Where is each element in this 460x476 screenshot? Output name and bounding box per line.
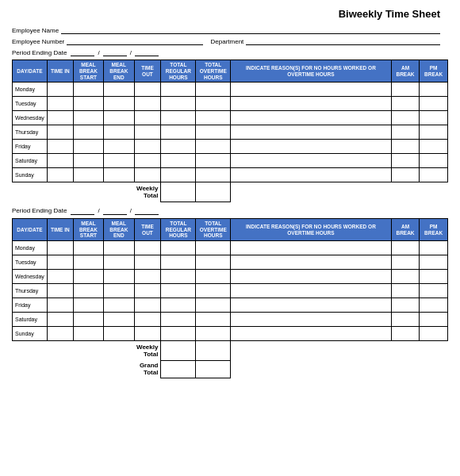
total-reg-cell[interactable] xyxy=(161,140,196,154)
time-out-cell[interactable] xyxy=(134,255,161,270)
meal-start-cell[interactable] xyxy=(73,154,103,168)
total-reg-cell[interactable] xyxy=(161,298,196,313)
meal-end-cell[interactable] xyxy=(104,83,134,97)
time-out-cell[interactable] xyxy=(134,313,161,327)
pm-break-cell[interactable] xyxy=(420,83,448,97)
employee-number-line[interactable] xyxy=(67,37,202,45)
meal-end-cell[interactable] xyxy=(104,241,134,255)
meal-end-cell[interactable] xyxy=(104,154,134,168)
meal-end-cell[interactable] xyxy=(104,313,134,327)
total-ot-cell[interactable] xyxy=(196,270,231,284)
meal-start-cell[interactable] xyxy=(73,313,103,327)
am-break-cell[interactable] xyxy=(391,327,420,341)
time-out-cell[interactable] xyxy=(134,83,161,97)
total-reg-cell[interactable] xyxy=(161,327,196,341)
reason-cell[interactable] xyxy=(231,125,392,140)
total-reg-cell[interactable] xyxy=(161,125,196,140)
meal-start-cell[interactable] xyxy=(73,255,103,270)
time-out-cell[interactable] xyxy=(134,125,161,140)
pm-break-cell[interactable] xyxy=(420,111,448,125)
total-reg-cell[interactable] xyxy=(161,270,196,284)
pm-break-cell[interactable] xyxy=(420,270,448,284)
period-year-2[interactable] xyxy=(135,207,159,215)
am-break-cell[interactable] xyxy=(391,111,420,125)
reason-cell[interactable] xyxy=(231,97,392,111)
meal-start-cell[interactable] xyxy=(73,140,103,154)
total-ot-cell[interactable] xyxy=(196,284,231,298)
am-break-cell[interactable] xyxy=(391,83,420,97)
am-break-cell[interactable] xyxy=(391,140,420,154)
meal-start-cell[interactable] xyxy=(73,270,103,284)
period-day-2[interactable] xyxy=(103,207,127,215)
time-out-cell[interactable] xyxy=(134,298,161,313)
am-break-cell[interactable] xyxy=(391,154,420,168)
time-out-cell[interactable] xyxy=(134,284,161,298)
pm-break-cell[interactable] xyxy=(420,284,448,298)
weekly-total-ot-box-1[interactable] xyxy=(196,182,231,202)
time-out-cell[interactable] xyxy=(134,111,161,125)
reason-cell[interactable] xyxy=(231,298,392,313)
department-line[interactable] xyxy=(246,37,440,45)
am-break-cell[interactable] xyxy=(391,298,420,313)
meal-start-cell[interactable] xyxy=(73,241,103,255)
meal-end-cell[interactable] xyxy=(104,327,134,341)
weekly-total-ot-box-2[interactable] xyxy=(196,341,231,361)
meal-end-cell[interactable] xyxy=(104,168,134,182)
pm-break-cell[interactable] xyxy=(420,97,448,111)
time-out-cell[interactable] xyxy=(134,97,161,111)
time-in-cell[interactable] xyxy=(47,154,73,168)
total-ot-cell[interactable] xyxy=(196,298,231,313)
pm-break-cell[interactable] xyxy=(420,255,448,270)
total-reg-cell[interactable] xyxy=(161,284,196,298)
total-reg-cell[interactable] xyxy=(161,241,196,255)
period-year-1[interactable] xyxy=(135,48,159,56)
meal-start-cell[interactable] xyxy=(73,168,103,182)
pm-break-cell[interactable] xyxy=(420,168,448,182)
time-out-cell[interactable] xyxy=(134,154,161,168)
time-in-cell[interactable] xyxy=(47,97,73,111)
time-in-cell[interactable] xyxy=(47,255,73,270)
meal-end-cell[interactable] xyxy=(104,270,134,284)
pm-break-cell[interactable] xyxy=(420,154,448,168)
reason-cell[interactable] xyxy=(231,241,392,255)
weekly-total-reg-box-2[interactable] xyxy=(161,341,196,361)
meal-start-cell[interactable] xyxy=(73,327,103,341)
meal-end-cell[interactable] xyxy=(104,111,134,125)
time-in-cell[interactable] xyxy=(47,168,73,182)
total-reg-cell[interactable] xyxy=(161,313,196,327)
total-ot-cell[interactable] xyxy=(196,125,231,140)
reason-cell[interactable] xyxy=(231,327,392,341)
meal-start-cell[interactable] xyxy=(73,83,103,97)
time-in-cell[interactable] xyxy=(47,327,73,341)
time-in-cell[interactable] xyxy=(47,284,73,298)
reason-cell[interactable] xyxy=(231,313,392,327)
reason-cell[interactable] xyxy=(231,284,392,298)
total-ot-cell[interactable] xyxy=(196,241,231,255)
time-in-cell[interactable] xyxy=(47,270,73,284)
reason-cell[interactable] xyxy=(231,255,392,270)
am-break-cell[interactable] xyxy=(391,97,420,111)
total-ot-cell[interactable] xyxy=(196,255,231,270)
meal-start-cell[interactable] xyxy=(73,125,103,140)
employee-name-line[interactable] xyxy=(61,26,440,34)
time-out-cell[interactable] xyxy=(134,270,161,284)
total-ot-cell[interactable] xyxy=(196,83,231,97)
reason-cell[interactable] xyxy=(231,154,392,168)
total-ot-cell[interactable] xyxy=(196,111,231,125)
am-break-cell[interactable] xyxy=(391,255,420,270)
time-out-cell[interactable] xyxy=(134,140,161,154)
time-in-cell[interactable] xyxy=(47,241,73,255)
time-in-cell[interactable] xyxy=(47,125,73,140)
meal-end-cell[interactable] xyxy=(104,284,134,298)
am-break-cell[interactable] xyxy=(391,125,420,140)
period-month-2[interactable] xyxy=(71,207,94,215)
time-out-cell[interactable] xyxy=(134,241,161,255)
total-ot-cell[interactable] xyxy=(196,140,231,154)
pm-break-cell[interactable] xyxy=(420,313,448,327)
grand-total-ot-box[interactable] xyxy=(196,360,231,378)
time-out-cell[interactable] xyxy=(134,168,161,182)
reason-cell[interactable] xyxy=(231,270,392,284)
grand-total-reg-box[interactable] xyxy=(161,360,196,378)
reason-cell[interactable] xyxy=(231,83,392,97)
period-day-1[interactable] xyxy=(103,48,127,56)
